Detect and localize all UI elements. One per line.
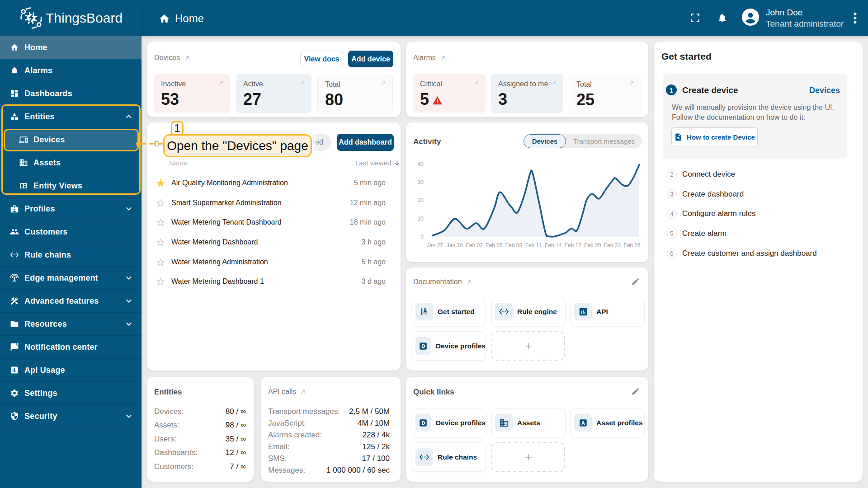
svg-text:Feb 20: Feb 20 — [584, 242, 601, 249]
svg-text:0: 0 — [420, 234, 424, 240]
svg-text:Feb 08: Feb 08 — [505, 242, 523, 249]
svg-text:10: 10 — [418, 216, 424, 222]
svg-text:Jan 27: Jan 27 — [427, 242, 443, 249]
svg-text:30: 30 — [418, 179, 424, 185]
svg-text:Feb 26: Feb 26 — [623, 242, 641, 249]
svg-text:40: 40 — [418, 161, 424, 167]
svg-text:Feb 14: Feb 14 — [545, 242, 562, 249]
svg-text:Feb 05: Feb 05 — [486, 242, 503, 249]
svg-text:Feb 17: Feb 17 — [565, 242, 582, 249]
svg-text:Feb 11: Feb 11 — [525, 242, 542, 249]
svg-text:Feb 23: Feb 23 — [604, 242, 621, 249]
svg-text:Jan 30: Jan 30 — [447, 242, 463, 249]
svg-text:Feb 02: Feb 02 — [466, 242, 483, 249]
svg-text:20: 20 — [418, 197, 424, 203]
